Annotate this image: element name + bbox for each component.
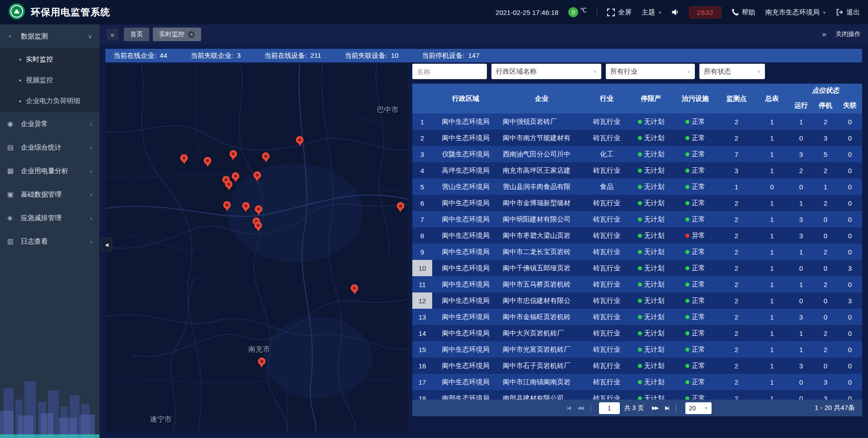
- map-pin[interactable]: [262, 152, 270, 160]
- table-row[interactable]: 7阆中生态环境局阆中明阳建材有限公司砖瓦行业无计划正常21300: [412, 211, 862, 227]
- offline-cell: 0: [838, 358, 862, 374]
- map-pin[interactable]: [204, 157, 212, 165]
- log-icon: ▥: [7, 237, 17, 245]
- table-row[interactable]: 3仪陇生态环境局西南油气田分公司川中化工无计划正常71350: [412, 146, 862, 162]
- map-pin[interactable]: [180, 154, 188, 162]
- status-filter-value: 所有状态: [704, 67, 731, 76]
- industry-cell: 食品: [584, 179, 629, 195]
- stopped-cell: 2: [813, 195, 838, 211]
- help-button[interactable]: 帮助: [731, 8, 755, 17]
- map[interactable]: 巴中市南充市遂宁市: [105, 64, 408, 432]
- monitor-points-cell: 2: [718, 195, 755, 211]
- prev-page-icon[interactable]: ◀◀: [577, 405, 583, 411]
- sidebar-item[interactable]: ▤企业综合统计‹: [0, 136, 99, 159]
- chevron-left-icon: ‹: [90, 191, 92, 198]
- industry-filter-value: 所有行业: [610, 67, 637, 76]
- monitor-points-cell: 2: [718, 260, 755, 276]
- table-row[interactable]: 1阆中生态环境局阆中强锐页岩砖厂砖瓦行业无计划正常21120: [412, 113, 862, 130]
- tabs-scroll-right-icon[interactable]: »: [818, 28, 830, 40]
- map-collapse-button[interactable]: ◀: [101, 238, 112, 251]
- company-cell: 阆中千佛镇五郎垭页岩: [499, 260, 584, 276]
- table-row[interactable]: 8阆中生态环境局阆中市枣碧大梁山页岩砖瓦行业无计划异常21300: [412, 227, 862, 244]
- table-row[interactable]: 11阆中生态环境局阆中市五马桥页岩机砖砖瓦行业无计划正常21120: [412, 276, 862, 292]
- table-row[interactable]: 14阆中生态环境局阆中大兴页岩机砖厂砖瓦行业无计划正常21120: [412, 325, 862, 341]
- fullscreen-button[interactable]: 全屏: [607, 8, 632, 17]
- status-filter-select[interactable]: 所有状态 ∨: [699, 64, 765, 79]
- last-page-icon[interactable]: ▶|: [665, 405, 668, 411]
- point-status-group-header: 点位状态: [789, 84, 862, 97]
- page-size-select[interactable]: 20 ∨: [685, 402, 712, 414]
- monitor-points-cell: 7: [718, 146, 755, 162]
- sidebar-item[interactable]: ◈应急减排管理‹: [0, 206, 99, 230]
- sidebar-item[interactable]: ▦企业用电量分析‹: [0, 159, 99, 183]
- map-pin[interactable]: [223, 201, 231, 209]
- total-meter-cell: 1: [755, 276, 789, 292]
- sidebar-item[interactable]: ▥日志查看‹: [0, 230, 99, 253]
- sidebar-item[interactable]: ◉企业异常‹: [0, 112, 99, 136]
- pollution-facility-cell: 正常: [673, 113, 718, 130]
- sidebar-item[interactable]: ▣基础数据管理‹: [0, 183, 99, 206]
- pollution-facility-cell: 正常: [673, 211, 718, 227]
- logout-button[interactable]: 退出: [836, 8, 860, 17]
- org-dropdown[interactable]: 南充市生态环境局 ∨: [765, 8, 826, 17]
- map-pin[interactable]: [253, 171, 261, 179]
- table-row[interactable]: 6阆中生态环境局阆中市金博瑞新型墙材砖瓦行业无计划正常21120: [412, 195, 862, 211]
- temperature-unit: ℃: [580, 7, 587, 14]
- table-row[interactable]: 15阆中生态环境局阆中市光富页岩机砖厂砖瓦行业无计划正常21120: [412, 341, 862, 358]
- pollution-facility-cell: 正常: [673, 244, 718, 260]
- sidebar-item[interactable]: ◔数据监测∨: [0, 24, 99, 48]
- page-number-input[interactable]: [599, 402, 620, 414]
- stat-label: 当前失联设备:: [344, 52, 387, 59]
- tab-close-icon[interactable]: ×: [188, 31, 195, 38]
- gauge-icon: ◔: [7, 33, 17, 40]
- stat-label: 当前失联企业:: [191, 52, 233, 59]
- app-logo-icon: [8, 3, 25, 22]
- map-city-label: 巴中市: [377, 105, 398, 114]
- table-row[interactable]: 9阆中生态环境局阆中市二龙长宝页岩砖砖瓦行业无计划正常21120: [412, 244, 862, 260]
- table-row[interactable]: 13阆中生态环境局阆中市金福旺页岩机砖砖瓦行业无计划正常21300: [412, 309, 862, 325]
- offline-cell: 0: [838, 244, 862, 260]
- offline-cell: 0: [838, 130, 862, 146]
- close-operations-button[interactable]: 关闭操作: [835, 30, 861, 38]
- sidebar-item-label: 企业异常: [21, 120, 90, 128]
- map-pin[interactable]: [255, 205, 263, 213]
- industry-cell: 化工: [584, 146, 629, 162]
- theme-dropdown[interactable]: 主题 ∨: [642, 8, 661, 17]
- table-row[interactable]: 12阆中生态环境局阆中市忠信建材有限公砖瓦行业无计划正常21003: [412, 292, 862, 309]
- tab[interactable]: 首页: [124, 28, 149, 41]
- map-pin[interactable]: [296, 136, 304, 144]
- production-limit-cell: 无计划: [629, 309, 673, 325]
- pagination: |◀ ◀◀ 共 3 页 ▶▶ ▶| 20 ∨ 1 - 20 共47条: [412, 400, 862, 416]
- speaker-button[interactable]: [671, 9, 679, 16]
- row-index: 8: [412, 227, 432, 244]
- map-pin[interactable]: [225, 180, 233, 188]
- row-index: 4: [412, 162, 432, 179]
- tabs-scroll-left-icon[interactable]: «: [107, 28, 118, 40]
- region-filter-select[interactable]: 行政区域名称 ∨: [491, 64, 601, 79]
- map-pin[interactable]: [396, 202, 404, 210]
- status-ok-dot: [685, 152, 689, 156]
- sidebar-subitem[interactable]: •企业电力负荷明细: [0, 90, 99, 111]
- map-pin[interactable]: [351, 284, 359, 292]
- table-row[interactable]: 17阆中生态环境局阆中市江南镇阆南页岩砖瓦行业无计划正常21030: [412, 374, 862, 390]
- table-row[interactable]: 18南部生态环境局南部县建材有限公司砖瓦行业无计划正常21030: [412, 390, 862, 400]
- name-filter-input[interactable]: [412, 64, 487, 79]
- table-row[interactable]: 5营山生态环境局营山县润丰肉食品有限食品无计划正常10010: [412, 179, 862, 195]
- map-pin[interactable]: [255, 221, 262, 229]
- sidebar-subitem[interactable]: •实时监控: [0, 49, 99, 70]
- sidebar-subitem[interactable]: •视频监控: [0, 70, 99, 90]
- map-pin[interactable]: [232, 172, 240, 180]
- tab[interactable]: 实时监控×: [153, 28, 201, 41]
- pollution-facility-cell: 正常: [673, 130, 718, 146]
- alarm-count-badge[interactable]: 2632: [689, 6, 721, 19]
- map-pin[interactable]: [229, 150, 237, 158]
- table-row[interactable]: 4高坪生态环境局南充市高坪区王家店建砖瓦行业无计划正常31220: [412, 162, 862, 179]
- map-pin[interactable]: [258, 358, 265, 365]
- table-row[interactable]: 2阆中生态环境局阆中市南方节能建材有砖瓦行业无计划正常21030: [412, 130, 862, 146]
- table-row[interactable]: 16阆中生态环境局阆中市石子页岩机砖厂砖瓦行业无计划正常21300: [412, 358, 862, 374]
- industry-filter-select[interactable]: 所有行业 ∨: [606, 64, 695, 79]
- first-page-icon[interactable]: |◀: [566, 405, 570, 411]
- table-row[interactable]: 10阆中生态环境局阆中千佛镇五郎垭页岩砖瓦行业无计划正常21003: [412, 260, 862, 276]
- next-page-icon[interactable]: ▶▶: [652, 405, 658, 411]
- map-pin[interactable]: [242, 202, 250, 210]
